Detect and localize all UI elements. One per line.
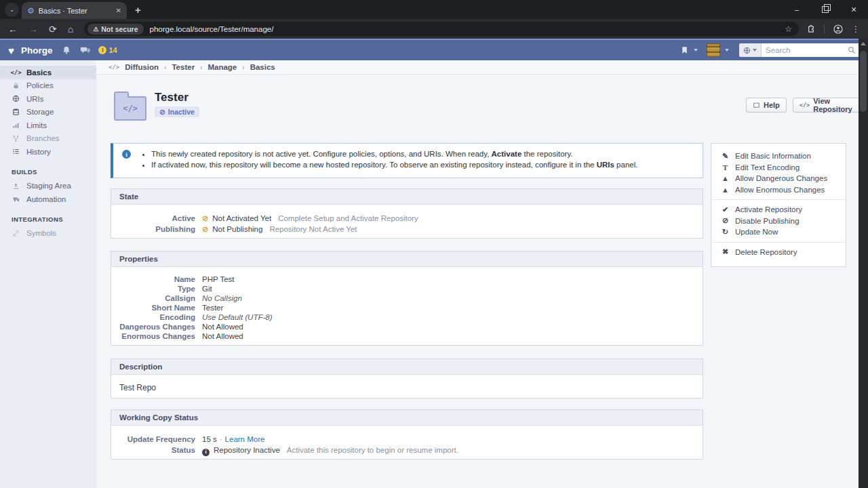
favorites-bookmark-icon[interactable] <box>680 45 689 55</box>
window-minimize-button[interactable]: – <box>783 0 811 19</box>
state-panel-header: State <box>111 189 703 205</box>
status-row: Status i Repository Inactive Activate th… <box>119 445 694 455</box>
tab-title: Basics · Tester <box>39 7 112 15</box>
help-button[interactable]: Help <box>746 98 787 113</box>
ban-icon: ⊘ <box>202 213 208 224</box>
window-controls: – ✕ <box>783 0 868 19</box>
global-search <box>739 43 860 57</box>
action-activate-repository[interactable]: ✔ Activate Repository <box>711 204 846 216</box>
sidebar-item-history[interactable]: History <box>0 145 96 159</box>
upload-icon <box>12 182 20 190</box>
property-row-short-name: Short Name Tester <box>119 303 694 312</box>
search-icon[interactable] <box>848 46 856 54</box>
sidebar-item-limits[interactable]: Limits <box>0 119 96 132</box>
home-icon[interactable]: ⌂ <box>68 24 73 35</box>
user-menu-chevron-down-icon[interactable] <box>725 49 729 52</box>
sidebar-item-uris[interactable]: URIs <box>0 92 96 106</box>
sidebar-item-automation[interactable]: Automation <box>0 192 96 206</box>
property-row-dangerous-changes: Dangerous Changes Not Allowed <box>119 322 694 331</box>
working-copy-panel-header: Working Copy Status <box>111 410 703 426</box>
action-edit-basic-information[interactable]: ✎ Edit Basic Information <box>711 150 846 162</box>
description-panel: Description Test Repo <box>111 359 703 399</box>
truck-icon <box>12 195 20 203</box>
page-title: Tester <box>155 91 189 104</box>
breadcrumb-separator: › <box>164 64 166 71</box>
extensions-icon[interactable] <box>806 24 816 34</box>
info-icon: i <box>202 449 210 456</box>
action-edit-text-encoding[interactable]: T Edit Text Encoding <box>711 162 846 174</box>
bookmark-star-icon[interactable]: ☆ <box>785 24 792 34</box>
back-icon[interactable]: ← <box>8 24 18 35</box>
property-row-callsign: Callsign No Callsign <box>119 293 694 303</box>
sidebar-item-symbols[interactable]: Symbols <box>0 227 96 241</box>
user-avatar[interactable] <box>707 43 720 57</box>
messages-icon[interactable] <box>79 45 90 55</box>
page-scrollbar[interactable] <box>859 39 868 488</box>
action-allow-enormous-changes[interactable]: ▲ Allow Enormous Changes <box>711 184 846 196</box>
property-row-encoding: Encoding Use Default (UTF-8) <box>119 312 694 322</box>
sidebar-section-integrations: INTEGRATIONS <box>12 216 96 223</box>
activate-setup-link[interactable]: Complete Setup and Activate Repository <box>278 213 418 224</box>
browser-titlebar: ⌄ ⚙ Basics · Tester ✕ + – ✕ <box>0 0 868 19</box>
action-delete-repository[interactable]: ✖ Delete Repository <box>711 247 846 258</box>
breadcrumb-basics: Basics <box>250 63 275 71</box>
breadcrumb-diffusion[interactable]: Diffusion <box>125 63 159 71</box>
reload-icon[interactable]: ⟳ <box>49 24 57 35</box>
favorites-chevron-down-icon[interactable] <box>694 49 698 52</box>
fork-icon <box>12 135 20 142</box>
search-scope-chevron-down-icon <box>753 49 757 52</box>
breadcrumb-manage[interactable]: Manage <box>208 63 237 71</box>
phorge-navbar: ♥ Phorge ! 14 <box>0 39 868 60</box>
not-secure-chip[interactable]: ⚠ Not secure <box>87 24 143 35</box>
url-bar[interactable]: ⚠ Not secure phorge.local/source/Tester/… <box>84 22 799 36</box>
alert-count: 14 <box>108 46 117 54</box>
notifications-bell-icon[interactable] <box>62 45 71 55</box>
sidebar-item-staging-area[interactable]: Staging Area <box>0 180 96 193</box>
sidebar-item-policies[interactable]: Policies <box>0 79 96 93</box>
tab-search-button[interactable]: ⌄ <box>5 3 19 17</box>
code-icon: </> <box>12 69 20 76</box>
repository-folder-icon: </> <box>114 96 146 121</box>
properties-panel: Properties Name PHP Test Type Git Callsi… <box>111 251 703 346</box>
new-tab-button[interactable]: + <box>135 4 141 16</box>
not-secure-label: Not secure <box>101 25 138 33</box>
search-input[interactable] <box>762 46 848 54</box>
action-update-now[interactable]: ↻ Update Now <box>711 226 846 238</box>
info-notice: i This newly created repository is not a… <box>111 143 703 178</box>
forward-icon[interactable]: → <box>28 24 38 35</box>
window-close-button[interactable]: ✕ <box>840 0 868 19</box>
info-icon: i <box>122 150 131 159</box>
ban-icon: ⊘ <box>202 224 208 235</box>
brand-name[interactable]: Phorge <box>21 45 53 56</box>
window-restore-button[interactable] <box>811 0 840 19</box>
learn-more-link[interactable]: Learn More <box>225 434 265 445</box>
view-repository-button[interactable]: </> View Repository <box>793 98 868 113</box>
warning-icon: ▲ <box>721 186 730 194</box>
status-tag-inactive: ⊘ Inactive <box>155 106 199 117</box>
sidebar-item-basics[interactable]: </> Basics <box>0 66 96 79</box>
breadcrumb-separator: › <box>200 64 202 71</box>
action-disable-publishing[interactable]: ⊘ Disable Publishing <box>711 216 846 227</box>
x-icon: ✖ <box>721 247 730 256</box>
sidebar-item-branches[interactable]: Branches <box>0 132 96 146</box>
tab-close-icon[interactable]: ✕ <box>116 7 121 14</box>
toolbar-separator <box>824 24 825 34</box>
profile-icon[interactable] <box>833 24 844 35</box>
scrollbar-thumb[interactable] <box>860 51 867 112</box>
search-scope-button[interactable] <box>739 43 762 57</box>
action-allow-dangerous-changes[interactable]: ▲ Allow Dangerous Changes <box>711 173 846 184</box>
browser-toolbar: ← → ⟳ ⌂ ⚠ Not secure phorge.local/source… <box>0 19 868 39</box>
update-frequency-row: Update Frequency 15 s · Learn More <box>119 434 694 445</box>
database-icon <box>12 108 20 116</box>
chrome-menu-icon[interactable]: ⋮ <box>852 24 860 34</box>
alerts-badge[interactable]: ! 14 <box>98 46 117 54</box>
state-panel: State Active ⊘ Not Activated Yet Complet… <box>111 188 703 239</box>
phorge-logo-heart-icon[interactable]: ♥ <box>8 45 14 56</box>
code-icon: </> <box>800 102 810 108</box>
sidebar-item-storage[interactable]: Storage <box>0 106 96 119</box>
ban-icon: ⊘ <box>721 216 730 225</box>
breadcrumb-tester[interactable]: Tester <box>172 63 195 71</box>
scrollbar-up-arrow[interactable] <box>861 42 866 45</box>
pencil-icon: ✎ <box>721 152 730 161</box>
browser-tab[interactable]: ⚙ Basics · Tester ✕ <box>22 2 127 19</box>
